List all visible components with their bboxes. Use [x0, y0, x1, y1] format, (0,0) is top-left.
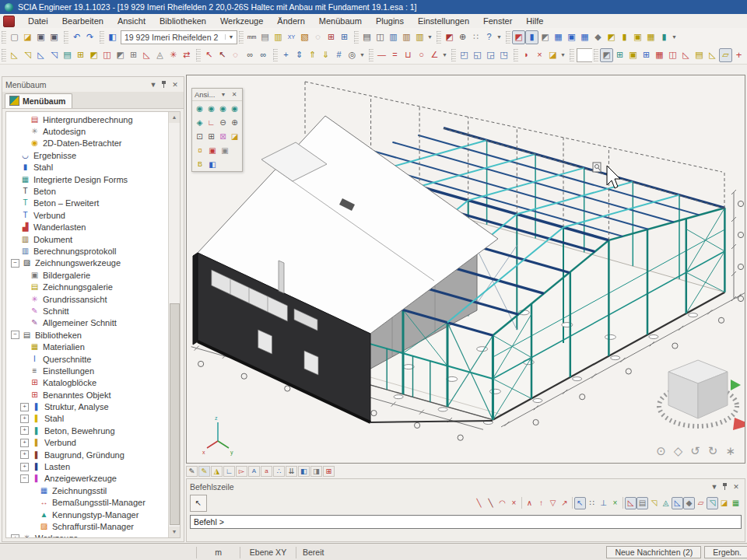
- filter-ribs-icon[interactable]: ▣: [626, 48, 640, 62]
- tree-item-2d-daten-betrachter[interactable]: ◉2D-Daten-Betrachter: [6, 138, 168, 149]
- circle-icon[interactable]: ○: [415, 48, 428, 62]
- more-options-icon[interactable]: ▼: [671, 30, 678, 44]
- draw-arc-icon[interactable]: ◠: [496, 497, 508, 509]
- tree-item-katalogblöcke[interactable]: ⊞Katalogblöcke: [6, 377, 168, 389]
- collapse-icon[interactable]: −: [11, 259, 19, 268]
- glasses-previous-icon[interactable]: ∞: [244, 48, 257, 62]
- snap-edge-icon[interactable]: ◺: [672, 497, 683, 509]
- tree-item-zeichnungswerkzeuge[interactable]: −▨Zeichnungswerkzeuge: [6, 257, 168, 269]
- view-top-icon[interactable]: ◉: [194, 102, 205, 114]
- snap-endpoint-icon[interactable]: ◺: [625, 497, 637, 509]
- zoom-selection-icon[interactable]: ⊠: [217, 130, 229, 142]
- tree-item-beton[interactable]: TBeton: [6, 185, 168, 197]
- beam-height-icon[interactable]: ▤: [61, 48, 74, 62]
- load-display-icon[interactable]: ⇊: [286, 466, 297, 477]
- menu-bearbeiten[interactable]: Bearbeiten: [55, 15, 110, 27]
- snap-intersection-icon[interactable]: ▦: [578, 30, 591, 44]
- tree-item-stahl[interactable]: ▮Stahl: [6, 162, 168, 173]
- tree-item-allgemeiner-schnitt[interactable]: ✎Allgemeiner Schnitt: [6, 317, 168, 329]
- more-options-icon[interactable]: ▼: [359, 48, 366, 62]
- select-lasso-icon[interactable]: ◌: [229, 48, 242, 62]
- selection-lips-icon[interactable]: ◗: [520, 48, 533, 62]
- line-segment-icon[interactable]: —: [375, 48, 388, 62]
- tree-item-struktur-analyse[interactable]: +❚Struktur, Analyse: [6, 401, 168, 412]
- new-messages-button[interactable]: Neue Nachrichten (2): [606, 546, 701, 558]
- delete-x-icon[interactable]: ×: [508, 497, 520, 509]
- tree-item-berechnungsprotokoll[interactable]: ▥Berechnungsprotokoll: [6, 245, 168, 257]
- tree-item-autodesign[interactable]: ✳Autodesign: [6, 125, 168, 137]
- copy-document-icon[interactable]: ◲: [484, 48, 497, 62]
- member-query-icon[interactable]: ?: [482, 30, 496, 44]
- scale-spinner-1[interactable]: 1▲▼: [577, 48, 592, 62]
- snap-quad-icon[interactable]: ◆: [683, 497, 695, 509]
- beam-measure-icon[interactable]: ⊞: [127, 48, 140, 62]
- select-change-icon[interactable]: ↖: [216, 48, 229, 62]
- menu-bibliotheken[interactable]: Bibliotheken: [153, 15, 213, 27]
- snap-grid-point-icon[interactable]: ▦: [644, 30, 658, 44]
- nav-cube-icon[interactable]: ◇: [674, 444, 683, 458]
- expand-icon[interactable]: +: [20, 439, 29, 447]
- collapse-icon[interactable]: −: [20, 474, 29, 483]
- toolbar-grip[interactable]: [273, 49, 278, 61]
- menu-einstellungen[interactable]: Einstellungen: [411, 15, 476, 27]
- print-icon[interactable]: ▤: [360, 30, 374, 44]
- zoom-out-icon[interactable]: ⊖: [217, 116, 229, 128]
- tree-item-werkzeuge[interactable]: +✳Werkzeuge: [6, 533, 168, 538]
- command-input[interactable]: [190, 515, 742, 529]
- menu-werkzeuge[interactable]: Werkzeuge: [213, 15, 270, 27]
- beam-divide-icon[interactable]: ◩: [114, 48, 127, 62]
- open-folder-small-icon[interactable]: ◪: [718, 497, 730, 509]
- cancel-green-icon[interactable]: ×: [609, 497, 621, 509]
- snap-percent-icon[interactable]: ▮: [618, 30, 631, 44]
- tree-item-bildergalerie[interactable]: ▣Bildergalerie: [6, 269, 168, 281]
- snap-parallel-icon[interactable]: ▮: [658, 30, 671, 44]
- redo-icon[interactable]: ↷: [83, 30, 96, 44]
- tree-item-zeichnungsstil[interactable]: ▦Zeichnungsstil: [6, 485, 168, 496]
- scrollbar-thumb[interactable]: [170, 303, 180, 525]
- tree-item-beton-bewehrung[interactable]: +❚Beton, Bewehrung: [6, 425, 168, 436]
- snap-mid-icon[interactable]: ◹: [707, 497, 718, 509]
- copy-picture-icon[interactable]: ◰: [458, 48, 471, 62]
- toolbar-grip[interactable]: [100, 31, 104, 44]
- axes-dimension-icon[interactable]: ∟: [223, 466, 235, 477]
- snap-node-icon[interactable]: ▤: [637, 497, 648, 509]
- tree-item-stahl[interactable]: +❚Stahl: [6, 413, 168, 425]
- scroll-down-icon[interactable]: ▼: [169, 527, 180, 537]
- filter-selection-icon[interactable]: ▱: [719, 48, 732, 62]
- tab-menubaum[interactable]: Menübaum: [5, 93, 72, 108]
- pointer-arrow-icon[interactable]: ↖: [193, 497, 205, 509]
- pointer-mode-button[interactable]: ↖: [190, 495, 207, 512]
- beam-rotation-icon[interactable]: ⊞: [74, 48, 87, 62]
- tree-item-benanntes-objekt[interactable]: ⊞Benanntes Objekt: [6, 389, 168, 401]
- beam-render-icon[interactable]: ◺: [8, 48, 21, 62]
- angle-dim-icon[interactable]: ∠: [428, 48, 441, 62]
- snap-corner-icon[interactable]: ▦: [552, 30, 565, 44]
- draw-line-2-icon[interactable]: ╲: [485, 497, 496, 509]
- more-options-icon[interactable]: ▼: [496, 30, 503, 44]
- render-light-icon[interactable]: ¤: [194, 144, 206, 156]
- snap-midpoint-icon[interactable]: ◩: [538, 30, 552, 44]
- zoom-all-icon[interactable]: ⊞: [205, 130, 217, 142]
- zoom-in-icon[interactable]: ⊕: [229, 116, 240, 128]
- draw-line-icon[interactable]: ╲: [473, 497, 485, 509]
- chevron-down-icon[interactable]: ▼: [225, 34, 237, 40]
- results-button[interactable]: Ergebn.: [704, 546, 747, 558]
- tree-item-grundrissansicht[interactable]: ✳Grundrissansicht: [6, 293, 168, 305]
- tree-item-lasten[interactable]: +❚Lasten: [6, 460, 168, 472]
- tree-item-integrierte-design-forms[interactable]: ▦Integrierte Design Forms: [6, 173, 168, 185]
- toolbar-grip[interactable]: [514, 49, 518, 61]
- tree-item-kennungstyp-manager[interactable]: ▲Kennungstyp-Manager: [6, 509, 168, 520]
- collapse-icon[interactable]: −: [11, 331, 19, 339]
- tree-item-ergebnisse[interactable]: ◡Ergebnisse: [6, 149, 168, 161]
- window-settings-icon[interactable]: ◨: [310, 466, 322, 477]
- open-viewpoint-icon[interactable]: ◪: [229, 130, 240, 142]
- filter-supports-icon[interactable]: ▤: [693, 48, 706, 62]
- activity-filter-icon[interactable]: ◌: [311, 30, 324, 44]
- toolbar-grip[interactable]: [2, 31, 6, 44]
- erase-brush-icon[interactable]: ×: [533, 48, 546, 62]
- vertex-move-icon[interactable]: ↑: [535, 497, 547, 509]
- new-file-icon[interactable]: ▢: [8, 30, 21, 44]
- move-beam-icon[interactable]: ⇕: [293, 48, 306, 62]
- model-viewport[interactable]: zxy Ansi... ▼ ✕ ◉◉◉◉◈∟⊖⊕⊡⊞⊠◪¤▣▣B◧ ⊙◇↺↻∗: [186, 75, 745, 464]
- toolbar-grip[interactable]: [437, 31, 441, 44]
